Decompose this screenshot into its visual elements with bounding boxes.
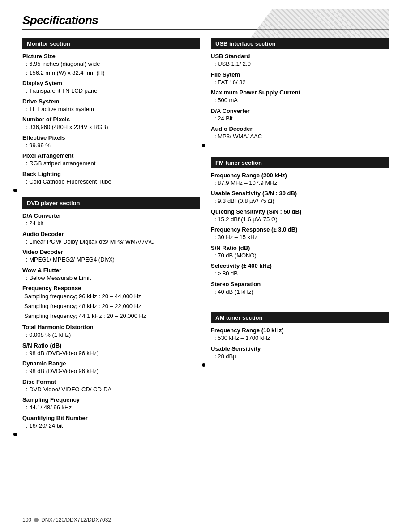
- list-item: S/N Ratio (dB) : 70 dB (MONO): [211, 245, 389, 260]
- list-item: Display Sytem : Transparent TN LCD panel: [22, 80, 200, 95]
- footer-disc-icon: [34, 518, 39, 522]
- file-sytem-label: File Sytem: [211, 71, 389, 78]
- list-item: Selectivity (± 400 kHz) : ≥ 80 dB: [211, 262, 389, 278]
- footer-model: DNX7120/DDX712/DDX7032: [41, 517, 111, 523]
- number-of-pixels-label: Number of Pixels: [22, 116, 200, 123]
- list-item: Back Lighting : Cold Cathode Fluorescent…: [22, 171, 200, 186]
- disc-format-value: : DVD-Video/ VIDEO-CD/ CD-DA: [22, 385, 200, 394]
- freq-val-2: Sampling frequency; 48 kHz : 20 – 22,000…: [24, 301, 200, 311]
- bullet-dot-4: [202, 363, 206, 367]
- footer-page-number: 100: [22, 517, 31, 523]
- drive-system-label: Drive System: [22, 98, 200, 105]
- am-section-header: AM tuner section: [211, 312, 389, 323]
- back-lighting-value: : Cold Cathode Fluorescent Tube: [22, 177, 200, 186]
- list-item: Frequency Response Sampling frequency; 9…: [22, 285, 200, 321]
- dvd-audio-decoder-label: Audio Decoder: [22, 231, 200, 237]
- monitor-section-header: Monitor section: [22, 38, 200, 49]
- fm-freq-response-value: : 30 Hz – 15 kHz: [211, 233, 389, 242]
- page: Specifications Monitor section Picture S…: [0, 0, 411, 532]
- picture-size-value-2: : 156.2 mm (W) x 82.4 mm (H): [22, 69, 200, 77]
- list-item: Usable Sensitivity (S/N : 30 dB) : 9.3 d…: [211, 190, 389, 206]
- list-item: Picture Size : 6.95 inches (diagonal) wi…: [22, 53, 200, 77]
- quantifying-bit-number-label: Quantifying Bit Number: [22, 415, 200, 421]
- dynamic-range-value: : 98 dB (DVD-Video 96 kHz): [22, 367, 200, 376]
- usb-standard-label: USB Standard: [211, 53, 389, 60]
- list-item: D/A Converter : 24 Bit: [211, 107, 389, 123]
- dvd-video-decoder-label: Video Decoder: [22, 249, 200, 255]
- dvd-audio-decoder-value: : Linear PCM/ Dolby Digital/ dts/ MP3/ W…: [22, 237, 200, 246]
- fm-freq-response-label: Frequency Response (± 3.0 dB): [211, 226, 389, 233]
- usb-audio-decoder-value: : MP3/ WMA/ AAC: [211, 132, 389, 141]
- effective-pixels-label: Effective Pixels: [22, 134, 200, 141]
- usb-audio-decoder-label: Audio Decoder: [211, 125, 389, 132]
- fm-usable-sensitivity-value: : 9.3 dBf (0.8 µV/ 75 Ω): [211, 197, 389, 206]
- fm-section-header: FM tuner section: [211, 157, 389, 168]
- usb-standard-value: : USB 1.1/ 2.0: [211, 60, 389, 69]
- list-item: Frequency Range (200 kHz) : 87.9 MHz – 1…: [211, 172, 389, 188]
- right-column: USB interface section USB Standard : USB…: [211, 38, 389, 440]
- main-content: Monitor section Picture Size : 6.95 inch…: [22, 38, 389, 440]
- freq-val-1: Sampling frequency; 96 kHz : 20 – 44,000…: [24, 292, 200, 301]
- fm-selectivity-value: : ≥ 80 dB: [211, 269, 389, 278]
- fm-quieting-sensitivity-value: : 15.2 dBf (1.6 µV/ 75 Ω): [211, 215, 389, 224]
- usb-section-header: USB interface section: [211, 38, 389, 49]
- dvd-video-decoder-value: : MPEG1/ MPEG2/ MPEG4 (DivX): [22, 255, 200, 264]
- frequency-response-values: Sampling frequency; 96 kHz : 20 – 44,000…: [22, 292, 200, 321]
- list-item: Disc Format : DVD-Video/ VIDEO-CD/ CD-DA: [22, 378, 200, 394]
- list-item: Audio Decoder : MP3/ WMA/ AAC: [211, 125, 389, 141]
- list-item: Video Decoder : MPEG1/ MPEG2/ MPEG4 (Div…: [22, 249, 200, 264]
- total-harmonic-distortion-label: Total Harmonic Distortion: [22, 324, 200, 330]
- total-harmonic-distortion-value: : 0.008 % (1 kHz): [22, 330, 200, 339]
- dvd-sn-ratio-label: S/N Ratio (dB): [22, 342, 200, 349]
- wow-flutter-label: Wow & Flutter: [22, 267, 200, 274]
- list-item: Pixel Arrangement : RGB striped arrangem…: [22, 152, 200, 168]
- list-item: Effective Pixels : 99.99 %: [22, 134, 200, 150]
- sampling-frequency-label: Sampling Frequency: [22, 396, 200, 403]
- freq-val-3: Sampling frequency; 44.1 kHz : 20 – 20,0…: [24, 311, 200, 321]
- dvd-sn-ratio-value: : 98 dB (DVD-Video 96 kHz): [22, 349, 200, 358]
- pixel-arrangement-label: Pixel Arrangement: [22, 152, 200, 159]
- list-item: Dynamic Range : 98 dB (DVD-Video 96 kHz): [22, 360, 200, 376]
- header-area: Specifications: [22, 13, 389, 30]
- quantifying-bit-number-value: : 16/ 20/ 24 bit: [22, 421, 200, 430]
- max-power-supply-value: : 500 mA: [211, 96, 389, 105]
- list-item: Sampling Frequency : 44.1/ 48/ 96 kHz: [22, 396, 200, 412]
- list-item: File Sytem : FAT 16/ 32: [211, 71, 389, 87]
- monitor-section: Monitor section Picture Size : 6.95 inch…: [22, 38, 200, 189]
- disc-format-label: Disc Format: [22, 378, 200, 385]
- list-item: USB Standard : USB 1.1/ 2.0: [211, 53, 389, 69]
- fm-usable-sensitivity-label: Usable Sensitivity (S/N : 30 dB): [211, 190, 389, 197]
- list-item: S/N Ratio (dB) : 98 dB (DVD-Video 96 kHz…: [22, 342, 200, 358]
- list-item: Quieting Sensitivity (S/N : 50 dB) : 15.…: [211, 208, 389, 224]
- bullet-dot-3: [202, 144, 206, 147]
- fm-freq-range-value: : 87.9 MHz – 107.9 MHz: [211, 179, 389, 188]
- list-item: Audio Decoder : Linear PCM/ Dolby Digita…: [22, 231, 200, 246]
- list-item: Usable Sensitivity : 28 dBµ: [211, 345, 389, 361]
- dynamic-range-label: Dynamic Range: [22, 360, 200, 367]
- max-power-supply-label: Maximum Power Supply Current: [211, 89, 389, 96]
- list-item: Quantifying Bit Number : 16/ 20/ 24 bit: [22, 415, 200, 430]
- fm-stereo-separation-value: : 40 dB (1 kHz): [211, 287, 389, 296]
- page-title: Specifications: [22, 13, 389, 27]
- am-usable-sensitivity-value: : 28 dBµ: [211, 352, 389, 361]
- fm-sn-ratio-label: S/N Ratio (dB): [211, 245, 389, 251]
- fm-sn-ratio-value: : 70 dB (MONO): [211, 251, 389, 260]
- bullet-dot-2: [13, 433, 17, 436]
- fm-stereo-separation-label: Stereo Separation: [211, 281, 389, 287]
- list-item: Stereo Separation : 40 dB (1 kHz): [211, 281, 389, 296]
- number-of-pixels-value: : 336,960 (480H x 234V x RGB): [22, 123, 200, 132]
- list-item: Number of Pixels : 336,960 (480H x 234V …: [22, 116, 200, 132]
- file-sytem-value: : FAT 16/ 32: [211, 78, 389, 87]
- picture-size-label: Picture Size: [22, 53, 200, 60]
- fm-selectivity-label: Selectivity (± 400 kHz): [211, 262, 389, 269]
- frequency-response-label: Frequency Response: [22, 285, 200, 292]
- usb-da-converter-label: D/A Converter: [211, 107, 389, 114]
- pixel-arrangement-value: : RGB striped arrangement: [22, 159, 200, 168]
- fm-quieting-sensitivity-label: Quieting Sensitivity (S/N : 50 dB): [211, 208, 389, 215]
- fm-section: FM tuner section Frequency Range (200 kH…: [211, 157, 389, 299]
- list-item: D/A Converter : 24 bit: [22, 212, 200, 228]
- display-sytem-value: : Transparent TN LCD panel: [22, 86, 200, 95]
- am-freq-range-value: : 530 kHz – 1700 kHz: [211, 334, 389, 343]
- list-item: Frequency Response (± 3.0 dB) : 30 Hz – …: [211, 226, 389, 242]
- dvd-section-header: DVD player section: [22, 197, 200, 209]
